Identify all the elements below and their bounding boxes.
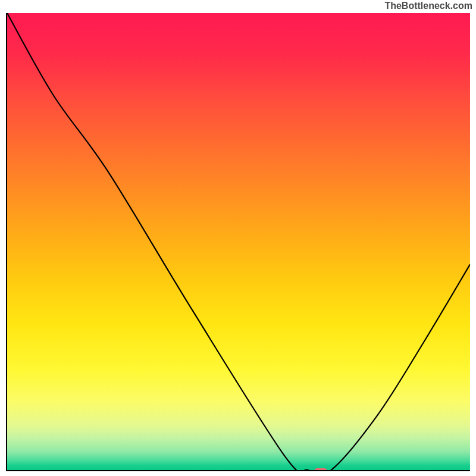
watermark-text: TheBottleneck.com [384,1,472,11]
curve-svg [7,13,470,470]
optimal-marker [314,468,327,471]
bottleneck-curve-path [7,13,470,470]
bottleneck-chart: TheBottleneck.com [0,0,476,476]
plot-axes [6,13,470,471]
